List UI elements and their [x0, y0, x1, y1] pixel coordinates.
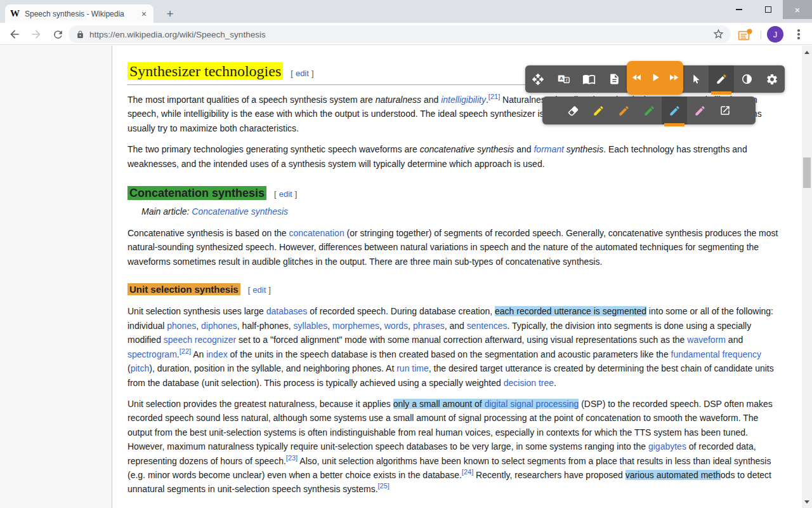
reference-link[interactable]: [23] [286, 454, 298, 462]
wiki-link[interactable]: digital signal processing [485, 399, 579, 409]
window-minimize-button[interactable] [724, 0, 754, 19]
green-pen-button[interactable] [636, 97, 662, 124]
wiki-link[interactable]: phrases [413, 321, 445, 331]
scroll-down-icon [804, 500, 809, 504]
wiki-link[interactable]: run time [396, 363, 429, 373]
browser-tab[interactable]: W Speech synthesis - Wikipedia × [5, 4, 154, 23]
highlighter-extension-button[interactable] [737, 28, 752, 42]
reader-mode-button[interactable] [576, 65, 601, 93]
fast-forward-button[interactable] [664, 61, 683, 95]
highlighter-tool-button[interactable] [709, 65, 734, 93]
wiki-link[interactable]: spectrogram [128, 349, 177, 359]
yellow-pen-button[interactable] [586, 97, 611, 124]
wiki-link[interactable]: phones [167, 321, 196, 331]
reference-link[interactable]: [25] [378, 483, 390, 490]
paragraph: Concatenative synthesis is based on the … [128, 226, 780, 269]
forward-arrow-icon [30, 28, 43, 41]
text-segment: various automated meth [625, 470, 721, 480]
heading-text-yellow-highlight: Synthesizer technologies [128, 62, 283, 80]
lock-icon [76, 30, 84, 39]
orange-pen-button[interactable] [611, 97, 636, 124]
orange-highlighter-icon [618, 105, 630, 117]
window-close-button[interactable]: × [783, 0, 812, 19]
edit-link[interactable]: edit [250, 285, 268, 295]
edit-link[interactable]: edit [293, 69, 311, 78]
text-segment: of recorded speech. During database crea… [307, 306, 495, 316]
wiki-link[interactable]: speech recognizer [164, 335, 236, 345]
text-segment: Concatenative synthesis is based on the [128, 228, 289, 238]
star-icon [712, 28, 724, 40]
text-segment: The most important qualities of a speech… [128, 95, 376, 105]
translate-button[interactable]: A z [551, 65, 576, 93]
wiki-link[interactable]: decision tree [504, 378, 554, 388]
contrast-icon [741, 73, 753, 85]
profile-avatar[interactable]: J [767, 26, 783, 43]
wiki-link[interactable]: morphemes [332, 321, 379, 331]
wiki-link[interactable]: sentences [467, 321, 508, 331]
bookmark-star-button[interactable] [712, 28, 724, 40]
new-tab-button[interactable]: + [161, 5, 179, 23]
svg-text:z: z [565, 77, 567, 82]
green-highlighter-icon [643, 105, 655, 117]
back-arrow-icon [8, 28, 21, 41]
cursor-icon [690, 74, 702, 85]
address-bar[interactable]: https://en.wikipedia.org/wiki/Speech_syn… [69, 25, 731, 43]
play-icon [649, 71, 662, 84]
eraser-button[interactable] [560, 97, 586, 124]
text-segment: , [408, 321, 413, 331]
extension-toolbar-pens [542, 97, 756, 124]
paragraph: Unit selection provides the greatest nat… [128, 397, 780, 497]
play-button[interactable] [646, 61, 664, 95]
text-segment: Unit selection synthesis uses large [128, 306, 266, 316]
reference-link[interactable]: [24] [462, 468, 473, 476]
wiki-link[interactable]: fundamental frequency [671, 349, 761, 359]
tab-title: Speech synthesis - Wikipedia [25, 10, 134, 18]
tab-close-icon[interactable]: × [140, 9, 148, 19]
close-icon: × [795, 5, 801, 15]
wiki-link[interactable]: waveform [687, 335, 726, 345]
scrollbar-thumb[interactable] [803, 157, 811, 188]
scrollbar-down-button[interactable] [802, 497, 812, 507]
reference-link[interactable]: [21] [488, 93, 500, 100]
wiki-link[interactable]: databases [266, 306, 308, 316]
wiki-link[interactable]: concatenation [289, 228, 344, 238]
text-segment: , [379, 321, 384, 331]
move-toolbar-button[interactable] [525, 65, 551, 93]
wiki-link[interactable]: diphones [201, 321, 237, 331]
wiki-link[interactable]: index [206, 349, 227, 359]
edit-link[interactable]: edit [277, 189, 295, 199]
settings-button[interactable] [759, 65, 785, 93]
reference-link[interactable]: [22] [180, 347, 191, 355]
scrollbar-up-button[interactable] [802, 47, 812, 57]
url-text[interactable]: https://en.wikipedia.org/wiki/Speech_syn… [89, 30, 723, 39]
wiki-link[interactable]: Concatenative synthesis [192, 206, 288, 217]
cursor-tool-button[interactable] [683, 65, 709, 93]
maximize-icon [765, 6, 771, 13]
wiki-link[interactable]: pitch [131, 363, 150, 373]
forward-button[interactable] [29, 27, 43, 41]
wiki-link[interactable]: syllables [294, 321, 328, 331]
wiki-link[interactable]: formant [534, 144, 563, 154]
pink-pen-button[interactable] [687, 97, 712, 124]
wiki-link[interactable]: gigabytes [648, 441, 686, 451]
contrast-button[interactable] [734, 65, 759, 93]
external-link-icon [719, 105, 731, 116]
page-scrollbar[interactable] [802, 46, 812, 508]
window-maximize-button[interactable] [754, 0, 783, 19]
browser-menu-button[interactable] [793, 29, 804, 40]
wiki-link[interactable]: words [384, 321, 408, 331]
highlighter-extension-icon [737, 28, 752, 42]
wiki-link[interactable]: intelligibility [441, 95, 486, 105]
pink-highlighter-icon [694, 105, 706, 117]
text-segment: Main article: [141, 206, 192, 217]
text-segment: concatenative synthesis [420, 144, 514, 154]
reload-button[interactable] [51, 27, 65, 41]
document-button[interactable] [601, 65, 627, 93]
rewind-button[interactable] [627, 61, 646, 95]
text-segment: , [196, 321, 201, 331]
blue-pen-button[interactable] [662, 97, 687, 124]
text-segment: of the units in the speech database is t… [228, 349, 671, 359]
rewind-icon [631, 72, 643, 83]
back-button[interactable] [8, 27, 22, 41]
open-external-button[interactable] [712, 97, 738, 124]
